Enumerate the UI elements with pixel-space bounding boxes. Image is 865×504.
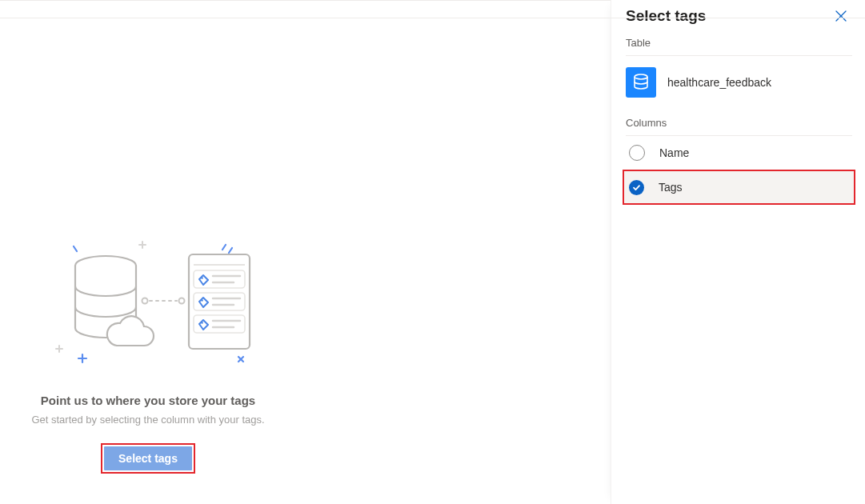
svg-rect-21: [194, 293, 245, 310]
table-section-label: Table: [626, 37, 852, 49]
svg-line-0: [74, 246, 77, 251]
main-content: Point us to where you store your tags Ge…: [0, 0, 611, 504]
svg-line-1: [222, 245, 226, 250]
panel-title: Select tags: [626, 7, 706, 25]
empty-state: Point us to where you store your tags Ge…: [8, 237, 288, 474]
column-label: Name: [659, 146, 689, 159]
close-icon[interactable]: [830, 5, 852, 27]
empty-state-illustration: [40, 237, 256, 373]
table-name: healthcare_feedback: [667, 76, 771, 89]
table-row[interactable]: healthcare_feedback: [626, 64, 852, 112]
radio-checked-icon: [629, 180, 644, 195]
column-option-name[interactable]: Name: [626, 136, 852, 170]
svg-rect-25: [194, 315, 245, 333]
select-tags-button[interactable]: Select tags: [104, 446, 192, 470]
select-tags-button-highlight: Select tags: [101, 443, 195, 474]
svg-line-2: [229, 248, 232, 253]
select-tags-panel: Select tags Table healthcare_feedback Co…: [611, 0, 865, 504]
panel-header: Select tags: [626, 0, 852, 32]
column-option-tags[interactable]: Tags: [623, 170, 855, 205]
svg-point-18: [201, 277, 203, 279]
radio-unchecked-icon: [629, 145, 645, 161]
svg-point-14: [179, 298, 185, 304]
select-tags-button-label: Select tags: [118, 452, 178, 465]
empty-state-subheading: Get started by selecting the column with…: [8, 414, 288, 426]
column-label: Tags: [659, 181, 683, 194]
empty-state-heading: Point us to where you store your tags: [8, 394, 288, 407]
svg-point-12: [142, 298, 148, 304]
database-icon: [626, 67, 656, 98]
columns-section-label: Columns: [626, 117, 852, 129]
separator: [626, 55, 852, 56]
svg-point-26: [201, 322, 203, 324]
svg-point-29: [635, 74, 647, 79]
svg-rect-17: [194, 270, 245, 288]
top-separator: [0, 18, 865, 18]
svg-point-22: [201, 299, 203, 302]
